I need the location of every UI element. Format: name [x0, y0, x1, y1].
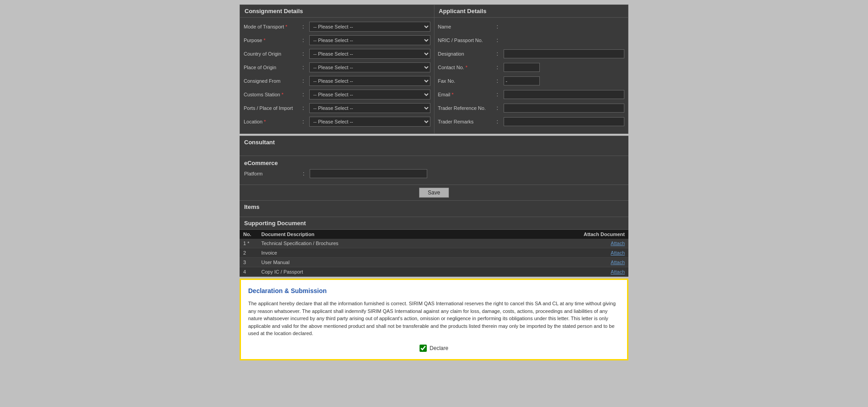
designation-row: Designation : [438, 48, 625, 59]
row-attach: Attach [574, 248, 628, 258]
declaration-section: Declaration & Submission The applicant h… [240, 279, 628, 360]
email-value [504, 90, 625, 99]
contact-no-label: Contact No. * [438, 65, 497, 70]
place-of-origin-value: -- Please Select -- [309, 62, 430, 72]
platform-input[interactable] [310, 169, 427, 178]
mode-of-transport-label: Mode of Transport * [244, 24, 302, 29]
contact-no-row: Contact No. * : [438, 62, 625, 73]
customs-station-value: -- Please Select -- [309, 90, 430, 99]
consultant-header: Consultant [244, 139, 624, 146]
consigned-from-label: Consigned From [244, 78, 302, 84]
consigned-from-value: -- Please Select -- [309, 76, 430, 86]
fax-no-input[interactable] [504, 76, 540, 85]
supporting-document-table: No. Document Description Attach Document… [240, 230, 628, 277]
row-attach: Attach [574, 258, 628, 267]
table-row: 1 * Technical Specification / Brochures … [240, 239, 628, 248]
customs-station-label: Customs Station * [244, 92, 302, 97]
row-description: Invoice [258, 248, 574, 258]
ports-place-of-import-value: -- Please Select -- [309, 103, 430, 113]
supporting-document-section: Supporting Document No. Document Descrip… [240, 217, 628, 277]
table-row: 3 User Manual Attach [240, 258, 628, 267]
table-row: 4 Copy IC / Passport Attach [240, 267, 628, 277]
email-row: Email * : [438, 89, 625, 100]
attach-link[interactable]: Attach [611, 241, 625, 246]
consignment-fields: Mode of Transport * : -- Please Select -… [240, 18, 434, 133]
mode-of-transport-row: Mode of Transport * : -- Please Select -… [244, 21, 430, 32]
save-button-row: Save [240, 185, 628, 201]
email-input[interactable] [504, 90, 625, 99]
trader-remarks-input[interactable] [504, 117, 625, 126]
country-of-origin-select[interactable]: -- Please Select -- [309, 49, 430, 59]
place-of-origin-select[interactable]: -- Please Select -- [309, 62, 430, 72]
platform-value [310, 169, 624, 178]
declare-row: Declare [248, 345, 620, 352]
trader-remarks-row: Trader Remarks : [438, 116, 625, 127]
attach-link[interactable]: Attach [611, 260, 625, 265]
row-description: Technical Specification / Brochures [258, 239, 574, 248]
declare-checkbox[interactable] [420, 345, 427, 352]
ports-place-of-import-row: Ports / Place of Import : -- Please Sele… [244, 103, 430, 114]
country-of-origin-label: Country of Origin [244, 51, 302, 57]
designation-input[interactable] [504, 49, 625, 58]
items-header: Items [244, 204, 624, 210]
nric-label: NRIC / Passport No. [438, 38, 497, 43]
trader-remarks-value [504, 117, 625, 126]
declare-label: Declare [429, 345, 448, 351]
ecommerce-header: eCommerce [244, 160, 624, 166]
trader-reference-value [504, 104, 625, 113]
supporting-document-header: Supporting Document [240, 217, 628, 230]
platform-label: Platform [244, 171, 303, 176]
location-row: Location * : -- Please Select -- [244, 116, 430, 127]
designation-label: Designation [438, 51, 497, 57]
col-description: Document Description [258, 230, 574, 239]
mode-of-transport-value: -- Please Select -- [309, 22, 430, 32]
designation-value [504, 49, 625, 58]
col-attach: Attach Document [574, 230, 628, 239]
trader-reference-row: Trader Reference No. : [438, 103, 625, 114]
place-of-origin-label: Place of Origin [244, 65, 302, 70]
mode-of-transport-select[interactable]: -- Please Select -- [309, 22, 430, 32]
trader-reference-input[interactable] [504, 104, 625, 113]
items-section: Items [240, 201, 628, 217]
row-no: 4 [240, 267, 258, 277]
consigned-from-select[interactable]: -- Please Select -- [309, 76, 430, 86]
purpose-label: Purpose * [244, 38, 302, 43]
nric-row: NRIC / Passport No. : [438, 35, 625, 46]
row-no: 3 [240, 258, 258, 267]
location-select[interactable]: -- Please Select -- [309, 117, 430, 127]
applicant-fields: Name : NRIC / Passport No. : Designation… [434, 18, 628, 133]
attach-link[interactable]: Attach [611, 250, 625, 256]
table-row: 2 Invoice Attach [240, 248, 628, 258]
customs-station-row: Customs Station * : -- Please Select -- [244, 89, 430, 100]
row-no: 2 [240, 248, 258, 258]
row-no: 1 * [240, 239, 258, 248]
purpose-row: Purpose * : -- Please Select -- [244, 35, 430, 46]
location-label: Location * [244, 119, 302, 124]
email-label: Email * [438, 92, 497, 97]
country-of-origin-value: -- Please Select -- [309, 49, 430, 59]
consignment-details-title: Consignment Details [240, 5, 434, 17]
name-label: Name [438, 24, 497, 29]
trader-remarks-label: Trader Remarks [438, 119, 497, 124]
customs-station-select[interactable]: -- Please Select -- [309, 90, 430, 99]
ports-place-of-import-label: Ports / Place of Import [244, 105, 302, 111]
fax-no-value [504, 76, 625, 85]
fax-no-row: Fax No. : [438, 76, 625, 86]
col-no: No. [240, 230, 258, 239]
attach-link[interactable]: Attach [611, 269, 625, 274]
save-button[interactable]: Save [419, 188, 448, 198]
ecommerce-section: eCommerce Platform : [240, 156, 628, 185]
fax-no-label: Fax No. [438, 78, 497, 84]
declaration-title: Declaration & Submission [248, 287, 620, 294]
contact-no-input[interactable] [504, 63, 540, 72]
applicant-details-title: Applicant Details [434, 5, 628, 17]
contact-no-value [504, 63, 625, 72]
purpose-select[interactable]: -- Please Select -- [309, 35, 430, 45]
row-description: Copy IC / Passport [258, 267, 574, 277]
location-value: -- Please Select -- [309, 117, 430, 127]
trader-reference-label: Trader Reference No. [438, 105, 497, 111]
platform-row: Platform : [244, 169, 624, 178]
name-row: Name : [438, 21, 625, 32]
ports-place-of-import-select[interactable]: -- Please Select -- [309, 103, 430, 113]
row-description: User Manual [258, 258, 574, 267]
